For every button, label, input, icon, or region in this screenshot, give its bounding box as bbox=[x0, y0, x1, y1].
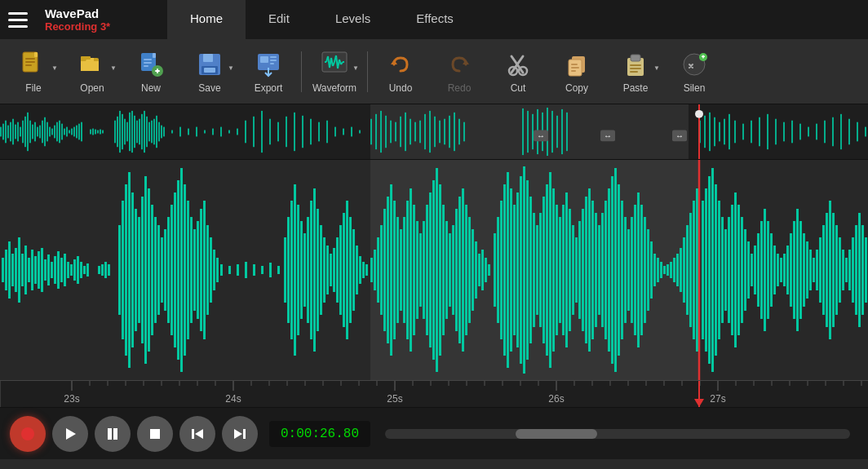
svg-rect-106 bbox=[129, 113, 131, 151]
svg-rect-87 bbox=[66, 127, 68, 137]
svg-rect-22 bbox=[270, 60, 277, 61]
svg-rect-129 bbox=[237, 129, 238, 135]
svg-rect-408 bbox=[711, 168, 714, 372]
svg-rect-228 bbox=[64, 254, 66, 286]
redo-label: Redo bbox=[448, 82, 472, 94]
open-button[interactable]: Open ▼ bbox=[63, 42, 122, 101]
svg-rect-132 bbox=[261, 111, 263, 153]
svg-rect-212 bbox=[11, 254, 14, 286]
svg-rect-283 bbox=[297, 205, 299, 335]
svg-marker-517 bbox=[195, 429, 203, 439]
pause-icon bbox=[104, 426, 121, 442]
pause-button[interactable] bbox=[95, 416, 131, 452]
svg-rect-354 bbox=[533, 213, 535, 327]
svg-rect-182 bbox=[734, 121, 736, 144]
svg-rect-450 bbox=[848, 250, 851, 290]
svg-rect-339 bbox=[481, 250, 484, 290]
file-button[interactable]: File ▼ bbox=[4, 42, 63, 101]
next-button[interactable] bbox=[222, 416, 258, 452]
svg-rect-362 bbox=[559, 217, 561, 323]
svg-rect-47 bbox=[571, 67, 579, 69]
svg-rect-402 bbox=[689, 213, 692, 327]
svg-rect-86 bbox=[64, 129, 65, 135]
svg-rect-61 bbox=[2, 124, 4, 140]
svg-rect-267 bbox=[206, 225, 209, 315]
silen-button[interactable]: Silen bbox=[665, 42, 724, 101]
svg-rect-344 bbox=[500, 201, 503, 339]
svg-rect-227 bbox=[60, 258, 63, 282]
svg-rect-23 bbox=[270, 63, 274, 64]
record-button[interactable] bbox=[10, 416, 46, 452]
undo-button[interactable]: Undo bbox=[371, 42, 430, 101]
svg-rect-290 bbox=[320, 225, 322, 315]
svg-rect-77 bbox=[42, 121, 43, 144]
svg-rect-156 bbox=[424, 114, 426, 149]
waveform-icon bbox=[319, 49, 350, 80]
svg-rect-431 bbox=[786, 246, 789, 294]
svg-rect-446 bbox=[835, 225, 838, 315]
svg-rect-57 bbox=[702, 55, 704, 59]
svg-rect-336 bbox=[472, 229, 474, 311]
svg-rect-194 bbox=[832, 117, 834, 146]
svg-rect-88 bbox=[69, 131, 70, 134]
svg-rect-385 bbox=[634, 205, 636, 335]
svg-rect-53 bbox=[630, 71, 638, 73]
svg-rect-255 bbox=[167, 217, 170, 323]
svg-rect-263 bbox=[193, 229, 196, 311]
svg-rect-380 bbox=[618, 184, 620, 356]
svg-rect-80 bbox=[49, 127, 51, 137]
copy-button[interactable]: Copy bbox=[547, 42, 606, 101]
paste-button[interactable]: Paste ▼ bbox=[606, 42, 665, 101]
svg-rect-514 bbox=[113, 428, 117, 440]
separator-2 bbox=[367, 51, 368, 92]
svg-rect-111 bbox=[141, 114, 143, 149]
svg-rect-85 bbox=[61, 124, 63, 140]
new-button[interactable]: New bbox=[122, 42, 180, 101]
tab-levels[interactable]: Levels bbox=[312, 0, 393, 39]
cut-button[interactable]: Cut bbox=[489, 42, 547, 101]
svg-rect-345 bbox=[503, 184, 506, 356]
svg-text:27s: 27s bbox=[710, 393, 725, 405]
svg-rect-242 bbox=[125, 184, 127, 356]
scroll-thumb[interactable] bbox=[516, 429, 597, 439]
svg-rect-287 bbox=[310, 201, 312, 339]
svg-rect-281 bbox=[290, 201, 293, 339]
prev-button[interactable] bbox=[179, 416, 215, 452]
svg-rect-351 bbox=[523, 166, 525, 374]
scroll-track[interactable] bbox=[385, 429, 850, 439]
svg-rect-374 bbox=[598, 225, 600, 315]
svg-rect-316 bbox=[406, 201, 409, 339]
svg-rect-260 bbox=[184, 184, 186, 356]
svg-rect-81 bbox=[51, 129, 53, 135]
stop-button[interactable] bbox=[137, 416, 173, 452]
tab-edit[interactable]: Edit bbox=[246, 0, 312, 39]
svg-rect-138 bbox=[310, 119, 312, 145]
svg-rect-282 bbox=[294, 184, 296, 356]
svg-rect-72 bbox=[29, 121, 31, 144]
svg-rect-112 bbox=[144, 111, 145, 153]
svg-rect-395 bbox=[666, 264, 669, 276]
svg-rect-171 bbox=[551, 111, 553, 153]
svg-marker-512 bbox=[66, 428, 76, 440]
svg-rect-172 bbox=[556, 116, 558, 148]
svg-rect-288 bbox=[313, 188, 316, 352]
waveform-button[interactable]: Waveform ▼ bbox=[305, 42, 364, 101]
svg-rect-294 bbox=[333, 248, 335, 292]
svg-rect-257 bbox=[174, 192, 176, 347]
svg-rect-393 bbox=[660, 262, 662, 278]
tab-home[interactable]: Home bbox=[167, 0, 246, 39]
svg-rect-298 bbox=[346, 201, 348, 339]
svg-rect-382 bbox=[624, 217, 627, 323]
export-button[interactable]: Export bbox=[239, 42, 298, 101]
hamburger-menu[interactable] bbox=[8, 7, 33, 32]
redo-button[interactable]: Redo bbox=[430, 42, 489, 101]
svg-rect-280 bbox=[287, 217, 290, 323]
svg-rect-391 bbox=[653, 254, 656, 286]
svg-rect-91 bbox=[76, 126, 78, 139]
tab-effects[interactable]: Effects bbox=[393, 0, 476, 39]
svg-rect-312 bbox=[393, 201, 396, 339]
svg-rect-341 bbox=[488, 264, 490, 276]
play-button[interactable] bbox=[52, 416, 88, 452]
save-button[interactable]: Save ▼ bbox=[180, 42, 239, 101]
svg-rect-292 bbox=[326, 246, 329, 294]
